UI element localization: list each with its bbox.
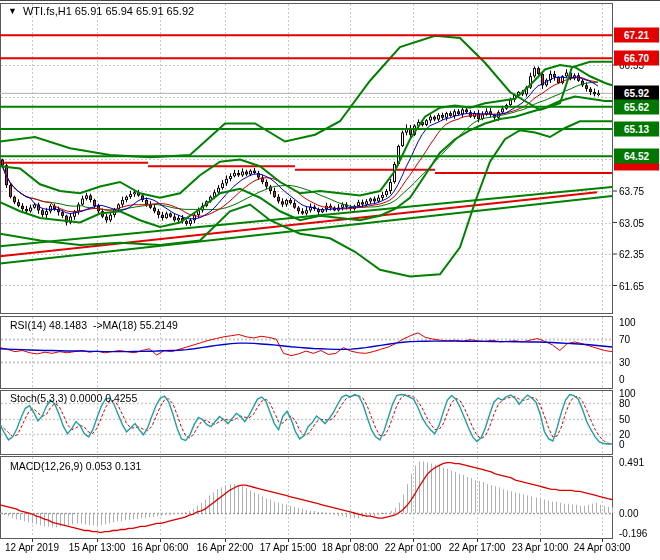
price-tick-label: 62.35	[619, 249, 644, 260]
level-badge-65.13: 65.13	[614, 121, 659, 136]
time-axis-label: 12 Apr 2019	[5, 542, 59, 553]
chart-title-bar: ▼ WTI.fs,H1 65.91 65.94 65.91 65.92	[8, 5, 194, 17]
stoch-label: Stoch(5,3,3) 0.0000 0.4255	[10, 392, 137, 404]
price-tick-label: 61.65	[619, 280, 644, 291]
time-axis-label: 18 Apr 08:00	[322, 542, 379, 553]
rsi-label: RSI(14) 48.1483 ->MA(18) 55.2149	[10, 319, 178, 331]
time-axis-label: 23 Apr 10:00	[512, 542, 569, 553]
level-badge-66.70: 66.70	[614, 51, 659, 66]
time-axis-label: 24 Apr 03:00	[574, 542, 631, 553]
price-tick-label: 63.05	[619, 217, 644, 228]
level-badge-65.62: 65.62	[614, 99, 659, 114]
rsi-tick-label: 30	[619, 356, 630, 367]
symbol-dropdown-icon[interactable]: ▼	[8, 6, 17, 16]
rsi-tick-label: 70	[619, 334, 630, 345]
time-axis-label: 16 Apr 06:00	[132, 542, 189, 553]
stoch-tick-label: 80	[619, 398, 630, 409]
level-badge-67.21: 67.21	[614, 28, 659, 43]
chart-title: WTI.fs,H1 65.91 65.94 65.91 65.92	[23, 5, 194, 17]
macd-tick-label: 0.00	[619, 508, 638, 519]
level-badge-64.52: 64.52	[614, 149, 659, 164]
chart-canvas[interactable]	[0, 1, 660, 560]
trading-chart-window: ▼ WTI.fs,H1 65.91 65.94 65.91 65.92 RSI(…	[0, 0, 660, 560]
price-tick-label: 63.75	[619, 186, 644, 197]
time-axis-label: 22 Apr 17:00	[449, 542, 506, 553]
macd-tick-label: -0.196	[619, 528, 647, 539]
macd-label: MACD(12,26,9) 0.053 0.131	[10, 460, 141, 472]
time-axis-label: 16 Apr 22:00	[197, 542, 254, 553]
stoch-tick-label: 50	[619, 413, 630, 424]
time-axis-label: 17 Apr 15:00	[260, 542, 317, 553]
stoch-tick-label: 0	[619, 439, 625, 450]
macd-tick-label: 0.491	[619, 457, 644, 468]
time-axis-label: 15 Apr 13:00	[69, 542, 126, 553]
rsi-tick-label: 0	[619, 374, 625, 385]
time-axis-label: 22 Apr 01:00	[385, 542, 442, 553]
rsi-tick-label: 100	[619, 317, 636, 328]
